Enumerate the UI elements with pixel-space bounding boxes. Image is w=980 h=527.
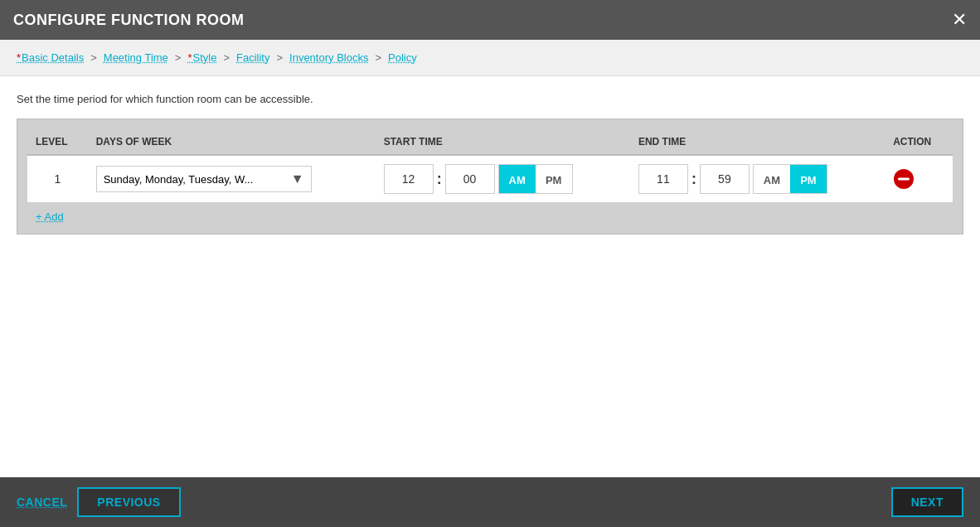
col-level: LEVEL [27,129,88,155]
next-button[interactable]: NEXT [891,487,963,517]
table-container: LEVEL DAYS OF WEEK START TIME END TIME A… [17,118,963,234]
end-ampm-group: AM PM [753,164,827,194]
days-cell: Sunday, Monday, Tuesday, W... ▼ [88,155,376,202]
modal-title: CONFIGURE FUNCTION ROOM [13,12,245,29]
end-time-cell: : AM PM [630,155,885,202]
cancel-button[interactable]: CANCEL [17,496,67,509]
col-end-time: END TIME [630,129,885,155]
start-pm-button[interactable]: PM [536,165,572,194]
breadcrumb-policy[interactable]: Policy [388,51,417,64]
action-cell [885,155,953,202]
end-time-group: : AM PM [638,164,876,194]
end-am-button[interactable]: AM [754,165,790,194]
start-colon: : [437,171,442,188]
days-dropdown[interactable]: Sunday, Monday, Tuesday, W... ▼ [96,166,312,192]
start-time-group: : AM PM [384,164,622,194]
start-minute-input[interactable] [445,164,495,194]
modal-header: CONFIGURE FUNCTION ROOM ✕ [0,0,980,40]
days-value: Sunday, Monday, Tuesday, W... [104,173,254,186]
svg-rect-1 [898,178,910,181]
footer-left: CANCEL PREVIOUS [17,487,181,517]
end-minute-input[interactable] [700,164,750,194]
breadcrumb-inventory-blocks[interactable]: Inventory Blocks [289,51,368,64]
breadcrumb-sep-4: > [276,51,283,64]
end-colon: : [691,171,696,188]
modal-body: Set the time period for which function r… [0,76,980,477]
end-pm-button[interactable]: PM [790,165,827,194]
start-am-button[interactable]: AM [499,165,536,194]
table-row: 1 Sunday, Monday, Tuesday, W... ▼ : [27,155,953,202]
breadcrumb-sep-5: > [375,51,381,64]
col-action: ACTION [885,129,953,155]
add-row-link[interactable]: + Add [36,210,64,223]
start-ampm-group: AM PM [498,164,573,194]
end-hour-input[interactable] [638,164,688,194]
breadcrumb-meeting-time[interactable]: Meeting Time [104,51,168,64]
modal-footer: CANCEL PREVIOUS NEXT [0,477,980,527]
breadcrumb-sep-2: > [175,51,182,64]
breadcrumb-basic-details[interactable]: Basic Details [17,51,84,64]
start-time-cell: : AM PM [376,155,630,202]
close-button[interactable]: ✕ [952,11,967,29]
previous-button[interactable]: PREVIOUS [77,487,180,517]
breadcrumb-sep-3: > [223,51,230,64]
col-days-of-week: DAYS OF WEEK [88,129,376,155]
level-cell: 1 [27,155,88,202]
meeting-time-table: LEVEL DAYS OF WEEK START TIME END TIME A… [27,129,953,202]
breadcrumb-sep-1: > [90,51,97,64]
remove-row-button[interactable] [893,168,915,190]
dropdown-arrow-icon: ▼ [291,172,304,186]
start-hour-input[interactable] [384,164,434,194]
breadcrumb-facility[interactable]: Facility [236,51,269,64]
breadcrumb-style[interactable]: Style [187,51,216,64]
description-text: Set the time period for which function r… [17,93,963,105]
breadcrumb: Basic Details > Meeting Time > Style > F… [0,40,980,76]
minus-circle-icon [893,168,915,190]
col-start-time: START TIME [376,129,630,155]
